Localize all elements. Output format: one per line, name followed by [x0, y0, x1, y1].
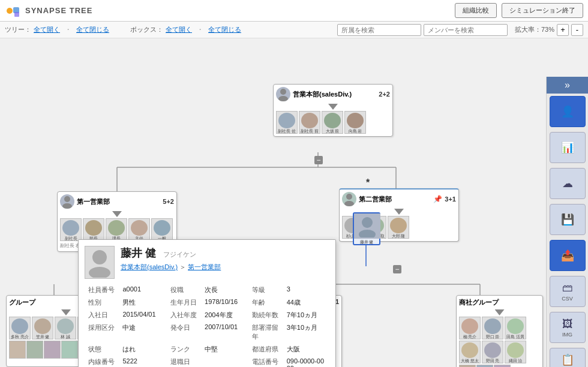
lg-face-3: 林 誠: [55, 317, 76, 339]
field-label-grade: 等級: [248, 284, 283, 296]
svg-point-21: [344, 201, 354, 206]
field-label-prefecture: 都道府県: [248, 343, 283, 356]
pin-icon[interactable]: 📌: [433, 195, 442, 203]
svg-point-17: [62, 203, 72, 209]
field-label-gender: 性別: [85, 296, 119, 309]
svg-point-23: [89, 267, 110, 278]
zoom-label: 拡大率：73%: [515, 25, 554, 34]
s1-face-1: 副社長: [60, 218, 82, 241]
upload-cloud-icon: ☁: [562, 177, 573, 190]
commerce-expand[interactable]: [459, 309, 540, 315]
box-open-link[interactable]: 全て開く: [166, 25, 192, 34]
s1-face-5: 一般: [151, 218, 173, 241]
sales2-title: 第二営業部: [359, 195, 431, 204]
sidebar-btn-save[interactable]: 💾: [550, 204, 586, 235]
person-name-label: 藤井 健: [354, 239, 379, 246]
svg-point-19: [359, 230, 376, 237]
com-face-1: 楠 亮介: [459, 317, 481, 339]
tree-label: ツリー：: [5, 25, 31, 34]
field-value-status: はれ: [119, 343, 166, 356]
detail-dept-parent[interactable]: 営業本部(salesDiv.): [121, 263, 178, 270]
header-buttons: 組織比較 シミュレーション終了: [455, 3, 583, 18]
svg-point-14: [280, 89, 286, 95]
sales1-expand[interactable]: [60, 211, 174, 217]
field-label-tenure: 勤続年数: [248, 309, 283, 321]
expand-arrow-5-icon[interactable]: [495, 309, 505, 315]
collapse-sales-main[interactable]: −: [314, 156, 323, 164]
sidebar-btn-image[interactable]: 🖼 IMG: [550, 312, 586, 343]
search-dept-input[interactable]: [337, 24, 421, 36]
template-icon: 📋: [561, 353, 574, 366]
lg-face-2: 笠井 健: [32, 317, 53, 339]
field-label-phone: 電話番号: [248, 356, 283, 367]
zoom-plus-btn[interactable]: +: [557, 24, 569, 36]
svg-point-20: [346, 194, 352, 200]
s2-face-3: 大郎 隆: [388, 216, 409, 239]
sidebar-btn-person[interactable]: 👤: [550, 96, 586, 127]
face-1: 副社長 佐: [276, 111, 298, 134]
sales1-title: 第一営業部: [77, 197, 160, 206]
face-4: 向島 岩: [344, 111, 366, 134]
field-label-age: 年齢: [248, 296, 283, 309]
field-label-join-date: 入社日: [85, 309, 119, 321]
field-label-dob: 生年月日: [167, 296, 201, 309]
svg-point-15: [278, 96, 288, 101]
sales-main-card: 営業本部(salesDiv.) 2+2 副社長 佐 副社長 前 大坂 前 向島 …: [273, 84, 393, 137]
zoom-minus-btn[interactable]: -: [571, 24, 583, 36]
svg-rect-2: [14, 12, 19, 17]
lg-face-1: 多秋 亮介: [9, 317, 31, 339]
tree-close-link[interactable]: 全て閉じる: [76, 25, 109, 34]
sidebar-btn-tmp[interactable]: 📋 TMP: [550, 348, 586, 367]
field-value-order-date: 2007/10/01: [201, 321, 248, 343]
svg-point-18: [362, 217, 373, 228]
detail-dept-current[interactable]: 第一営業部: [188, 263, 221, 270]
box-close-link[interactable]: 全て閉じる: [208, 25, 241, 34]
detail-avatar: [85, 246, 115, 279]
face-3: 大坂 前: [322, 111, 343, 134]
collapse-sales2[interactable]: −: [393, 265, 401, 273]
sales-main-faces: 副社長 佐 副社長 前 大坂 前 向島 岩: [276, 111, 390, 134]
sidebar-btn-chart[interactable]: 📊: [550, 132, 586, 163]
minus-icon[interactable]: −: [314, 156, 323, 164]
sidebar-btn-csv[interactable]: 🗃 CSV: [550, 276, 586, 307]
minus-icon-2[interactable]: −: [393, 265, 401, 273]
expand-arrow-2-icon[interactable]: [112, 211, 122, 217]
com-face-4: 大橋 悠太: [459, 341, 481, 363]
end-simulation-btn[interactable]: シミュレーション終了: [502, 3, 583, 18]
logo-icon: [5, 2, 22, 19]
box-label: ボックス：: [130, 25, 163, 34]
detail-name-area: 藤井 健 フジイケン 営業本部(salesDiv.) ＞ 第一営業部: [121, 246, 329, 272]
field-value-prefecture: 大阪: [283, 343, 329, 356]
field-value-gender: 男性: [119, 296, 166, 309]
detail-table: 社員番号 a0001 役職 次長 等級 3 性別 男性 生年月日 1978/10…: [85, 284, 329, 367]
field-label-hire-type: 採用区分: [85, 321, 119, 343]
field-value-retire-date: [201, 356, 248, 367]
search-member-input[interactable]: [424, 24, 508, 36]
field-value-tenure: 7年10ヵ月: [283, 309, 329, 321]
sidebar-btn-upload[interactable]: ☁: [550, 168, 586, 199]
field-label-position: 役職: [167, 284, 201, 296]
field-label-join-year: 入社年度: [167, 309, 201, 321]
sidebar-btn-export[interactable]: 📤: [550, 240, 586, 271]
commerce-title: 商社グループ: [459, 298, 540, 307]
expand-arrow-3-icon[interactable]: [394, 209, 404, 215]
expand-arrow-6-icon[interactable]: [61, 309, 71, 315]
logo-area: SYNAPSE TREE: [5, 2, 92, 19]
field-label-dept-tenure: 部署滞留年: [248, 321, 283, 343]
com-face-3: 田島 活男: [505, 317, 526, 339]
detail-dept: 営業本部(salesDiv.) ＞ 第一営業部: [121, 263, 329, 272]
detail-popup: 藤井 健 フジイケン 営業本部(salesDiv.) ＞ 第一営業部 社員番号 …: [78, 239, 336, 367]
svg-point-22: [92, 250, 107, 264]
field-label-employee-no: 社員番号: [85, 284, 119, 296]
commerce-bottom-row: [459, 365, 540, 367]
sales-main-count: 2+2: [379, 91, 390, 98]
expand-arrow-icon[interactable]: [328, 104, 338, 110]
tree-open-link[interactable]: 全て開く: [34, 25, 60, 34]
field-value-grade: 3: [283, 284, 329, 296]
person-highlight-card[interactable]: 藤井 健: [353, 212, 380, 245]
sales-main-expand[interactable]: [276, 104, 390, 110]
compare-btn[interactable]: 組織比較: [455, 3, 497, 18]
sidebar-collapse-btn[interactable]: »: [547, 77, 588, 94]
field-value-employee-no: a0001: [119, 284, 166, 296]
sales1-avatar: [60, 194, 74, 209]
